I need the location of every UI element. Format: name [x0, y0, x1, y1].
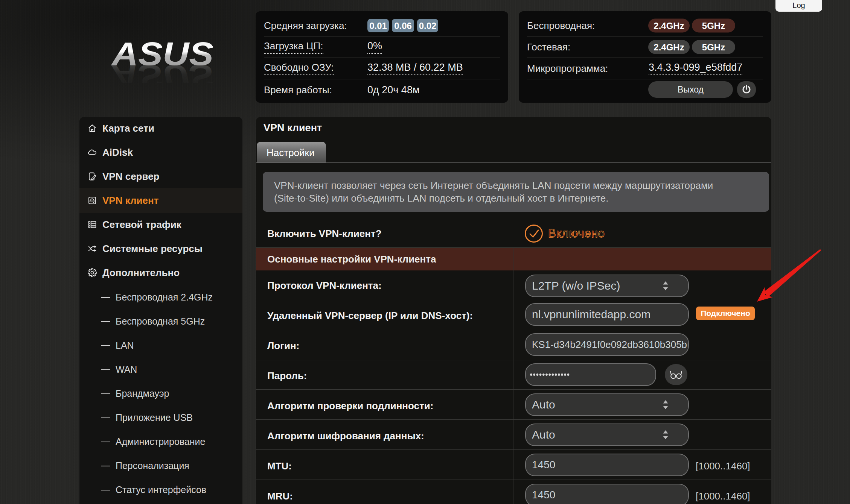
svg-text:ASUS: ASUS: [111, 58, 213, 83]
